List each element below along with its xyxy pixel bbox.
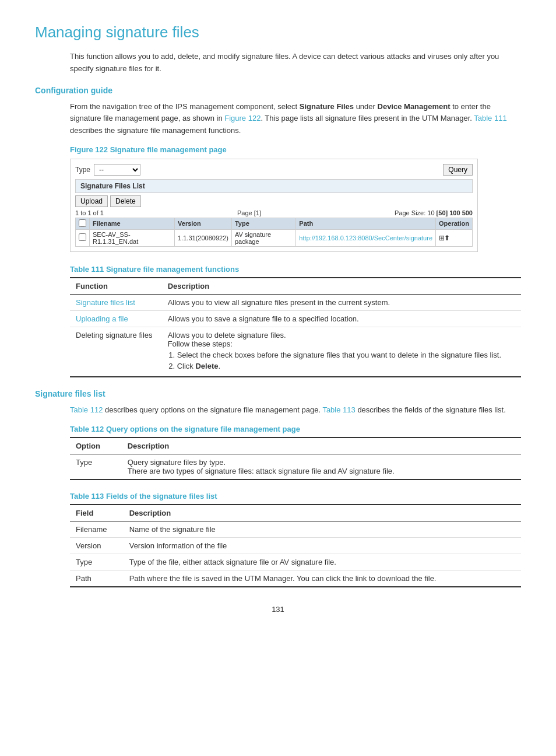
- table112-option-1: Type: [70, 454, 122, 480]
- table112-col-option: Option: [70, 438, 122, 454]
- row-type: AV signature package: [231, 229, 295, 246]
- query-button[interactable]: Query: [443, 164, 473, 176]
- table111-link[interactable]: Table 111: [474, 114, 506, 123]
- table113-desc-1: Name of the signature file: [124, 521, 521, 537]
- pagination-row: 1 to 1 of 1 Page [1] Page Size: 10 [50] …: [75, 209, 473, 216]
- configuration-guide-heading: Configuration guide: [35, 86, 521, 95]
- table113-link[interactable]: Table 113: [322, 405, 355, 414]
- table112-col-description: Description: [122, 438, 521, 454]
- table111-row-1: Signature files list Allows you to view …: [70, 294, 521, 310]
- figure122-title: Figure 122 Signature file management pag…: [70, 145, 521, 154]
- table113-desc-3: Type of the file, either attack signatur…: [124, 554, 521, 570]
- col-path: Path: [296, 218, 436, 229]
- row-select-checkbox[interactable]: [79, 233, 86, 241]
- delete-bold: Delete: [195, 362, 218, 370]
- operation-icons: ⊞⬆: [439, 234, 449, 242]
- table113-field-3: Type: [70, 554, 124, 570]
- table111-function-3: Deleting signature files: [70, 327, 162, 377]
- page-number: 131: [35, 605, 521, 614]
- table112-title: Table 112 Query options on the signature…: [70, 425, 521, 433]
- table111-col-description: Description: [162, 278, 521, 295]
- table111-row-2: Uploading a file Allows you to save a si…: [70, 310, 521, 327]
- sig-files-list-intro: Table 112 describes query options on the…: [70, 404, 521, 416]
- table112-header: Option Description: [70, 438, 521, 454]
- delete-step-2: Click Delete.: [177, 362, 515, 370]
- table-row: SEC-AV_SS-R1.1.31_EN.dat 1.1.31(20080922…: [76, 229, 473, 246]
- table111-function-2: Uploading a file: [70, 310, 162, 327]
- table112-link[interactable]: Table 112: [70, 405, 103, 414]
- sig-files-list-header: Signature Files List: [75, 179, 473, 193]
- table111-col-function: Function: [70, 278, 162, 295]
- select-all-checkbox[interactable]: [79, 219, 86, 227]
- configuration-guide-body: From the navigation tree of the IPS mana…: [70, 101, 521, 137]
- intro-paragraph: This function allows you to add, delete,…: [70, 51, 521, 75]
- col-operation: Operation: [436, 218, 473, 229]
- delete-button[interactable]: Delete: [110, 195, 141, 207]
- uploading-file-link[interactable]: Uploading a file: [76, 314, 128, 323]
- sig-files-table: Filename Version Type Path Operation SEC…: [75, 218, 473, 247]
- table113-desc-2: Version information of the file: [124, 537, 521, 554]
- sig-files-list-heading: Signature files list: [35, 389, 521, 398]
- table-header-row: Filename Version Type Path Operation: [76, 218, 473, 229]
- table111-function-1: Signature files list: [70, 294, 162, 310]
- table112-desc-1: Query signature files by type. There are…: [122, 454, 521, 480]
- mock-toolbar: Upload Delete: [75, 195, 473, 207]
- pagination-count: 1 to 1 of 1: [75, 209, 104, 216]
- table111: Function Description Signature files lis…: [70, 277, 521, 377]
- table113-col-field: Field: [70, 505, 124, 522]
- device-management-bold: Device Management: [378, 102, 451, 111]
- row-version: 1.1.31(20080922): [175, 229, 232, 246]
- row-checkbox: [76, 229, 90, 246]
- table112: Option Description Type Query signature …: [70, 437, 521, 480]
- table111-desc-1: Allows you to view all signature files p…: [162, 294, 521, 310]
- table113-row-2: Version Version information of the file: [70, 537, 521, 554]
- page-title: Managing signature files: [35, 23, 521, 41]
- table113-field-1: Filename: [70, 521, 124, 537]
- table113-row-4: Path Path where the file is saved in the…: [70, 570, 521, 587]
- col-filename: Filename: [90, 218, 175, 229]
- table113-field-2: Version: [70, 537, 124, 554]
- table112-row-1: Type Query signature files by type. Ther…: [70, 454, 521, 480]
- table111-header: Function Description: [70, 278, 521, 295]
- table113-title: Table 113 Fields of the signature files …: [70, 492, 521, 501]
- table111-desc-3: Allows you to delete signature files. Fo…: [162, 327, 521, 377]
- figure122-link[interactable]: Figure 122: [224, 114, 261, 123]
- table111-row-3: Deleting signature files Allows you to d…: [70, 327, 521, 377]
- table113-header: Field Description: [70, 505, 521, 522]
- table111-desc-2: Allows you to save a signature file to a…: [162, 310, 521, 327]
- sig-files-list-link[interactable]: Signature files list: [76, 298, 135, 307]
- sig-files-bold: Signature Files: [300, 102, 354, 111]
- table113-desc-4: Path where the file is saved in the UTM …: [124, 570, 521, 587]
- row-operation: ⊞⬆: [436, 229, 473, 246]
- col-checkbox: [76, 218, 90, 229]
- table113-col-description: Description: [124, 505, 521, 522]
- col-type: Type: [231, 218, 295, 229]
- page-indicator: Page [1]: [237, 209, 261, 216]
- table113: Field Description Filename Name of the s…: [70, 504, 521, 587]
- col-version: Version: [175, 218, 232, 229]
- row-path: http://192.168.0.123:8080/SecCenter/sign…: [296, 229, 436, 246]
- upload-button[interactable]: Upload: [75, 195, 108, 207]
- type-select[interactable]: --: [94, 164, 140, 176]
- row-filename: SEC-AV_SS-R1.1.31_EN.dat: [90, 229, 175, 246]
- table113-row-1: Filename Name of the signature file: [70, 521, 521, 537]
- type-label: Type: [75, 166, 90, 174]
- figure122-mockui: Type -- Query Signature Files List Uploa…: [70, 159, 478, 252]
- table113-row-3: Type Type of the file, either attack sig…: [70, 554, 521, 570]
- page-size: Page Size: 10 [50] 100 500: [395, 209, 473, 216]
- table113-field-4: Path: [70, 570, 124, 587]
- table111-title: Table 111 Signature file management func…: [70, 265, 521, 274]
- delete-step-1: Select the check boxes before the signat…: [177, 351, 515, 359]
